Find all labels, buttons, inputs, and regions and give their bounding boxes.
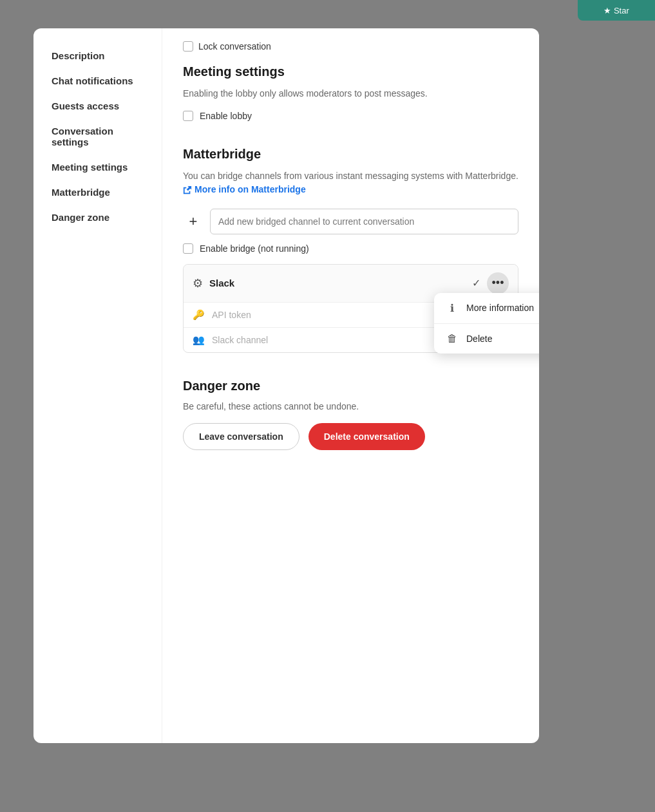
check-icon: ✓ [472,277,480,289]
add-channel-button[interactable]: + [183,211,204,232]
external-link-icon [183,185,192,194]
add-channel-row: + [183,209,518,234]
settings-modal: Description Chat notifications Guests ac… [33,28,539,743]
meeting-settings-section: Meeting settings Enabling the lobby only… [183,64,518,121]
bridge-dropdown-menu: ℹ More information 🗑 Delete [434,293,539,354]
delete-item[interactable]: 🗑 Delete [434,323,539,354]
slack-bridge-header: ⚙ Slack ✓ ••• ℹ More information 🗑 [184,265,518,302]
more-information-item[interactable]: ℹ More information [434,293,539,323]
enable-bridge-checkbox[interactable] [183,243,193,254]
ellipsis-icon: ••• [492,276,504,290]
danger-zone-buttons: Leave conversation Delete conversation [183,423,518,450]
sidebar-item-chat-notifications[interactable]: Chat notifications [44,69,151,93]
more-information-label: More information [466,303,534,313]
info-icon: ℹ [446,302,459,314]
slack-channel-placeholder: Slack channel [212,335,268,345]
bridge-menu-button[interactable]: ••• [487,272,509,294]
enable-lobby-row: Enable lobby [183,111,518,121]
leave-conversation-button[interactable]: Leave conversation [183,423,299,450]
matterbridge-section: Matterbridge You can bridge channels fro… [183,147,518,353]
top-bar: ★ Star [578,0,655,21]
key-icon: 🔑 [193,309,205,321]
danger-zone-title: Danger zone [183,379,518,393]
sidebar-item-matterbridge[interactable]: Matterbridge [44,180,151,204]
sidebar-item-description[interactable]: Description [44,44,151,68]
matterbridge-link[interactable]: More info on Matterbridge [183,183,306,196]
sidebar-item-danger-zone[interactable]: Danger zone [44,205,151,229]
lock-conversation-row: Lock conversation [183,41,518,52]
trash-icon: 🗑 [446,333,459,345]
meeting-settings-desc: Enabling the lobby only allows moderator… [183,87,518,100]
settings-sidebar: Description Chat notifications Guests ac… [33,28,162,743]
enable-lobby-checkbox[interactable] [183,111,193,121]
meeting-settings-title: Meeting settings [183,64,518,79]
sidebar-item-meeting-settings[interactable]: Meeting settings [44,155,151,179]
api-token-placeholder: API token [212,310,251,320]
people-icon: 👥 [193,334,205,346]
slack-bridge-item: ⚙ Slack ✓ ••• ℹ More information 🗑 [183,264,518,353]
sidebar-item-conversation-settings[interactable]: Conversation settings [44,119,151,154]
lock-conversation-label[interactable]: Lock conversation [198,41,271,52]
danger-zone-section: Danger zone Be careful, these actions ca… [183,379,518,450]
add-channel-input[interactable] [210,209,518,234]
matterbridge-title: Matterbridge [183,147,518,162]
enable-bridge-label[interactable]: Enable bridge (not running) [200,243,309,254]
puzzle-icon: ⚙ [193,276,203,290]
top-bar-label: ★ Star [603,6,629,15]
sidebar-item-guests-access[interactable]: Guests access [44,94,151,118]
slack-bridge-name: Slack [209,278,472,288]
lock-conversation-checkbox[interactable] [183,41,193,52]
delete-conversation-button[interactable]: Delete conversation [309,423,425,450]
danger-zone-desc: Be careful, these actions cannot be undo… [183,401,518,411]
enable-lobby-label[interactable]: Enable lobby [200,111,252,121]
enable-bridge-row: Enable bridge (not running) [183,243,518,254]
settings-content: Lock conversation Meeting settings Enabl… [162,28,539,743]
matterbridge-desc: You can bridge channels from various ins… [183,169,518,198]
delete-label: Delete [466,334,492,344]
